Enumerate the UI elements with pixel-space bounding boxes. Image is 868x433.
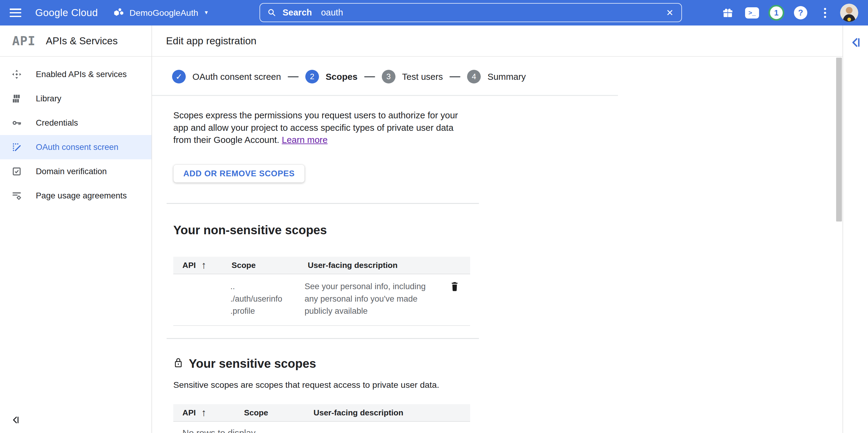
- sidebar: API APIs & Services Enabled APIs & servi…: [0, 26, 152, 433]
- collapse-sidebar-icon[interactable]: [11, 415, 21, 426]
- sort-ascending-icon[interactable]: ↑: [201, 259, 206, 271]
- divider: [166, 338, 479, 339]
- sidebar-item-library[interactable]: Library: [0, 87, 151, 111]
- table-header-row: API ↑ Scope User-facing description: [173, 404, 470, 422]
- enabled-apis-icon: [11, 69, 22, 80]
- gift-icon[interactable]: [716, 0, 740, 26]
- chevron-down-icon: ▼: [204, 10, 209, 16]
- main-content: Edit app registration ✓ OAuth consent sc…: [152, 26, 842, 433]
- sensitive-scopes-note: Sensitive scopes are scopes that request…: [173, 380, 439, 390]
- search-icon: [268, 8, 277, 17]
- step-connector: [288, 76, 299, 78]
- page-header: Edit app registration: [152, 26, 842, 57]
- step-oauth-consent-screen[interactable]: ✓ OAuth consent screen: [172, 70, 281, 84]
- help-icon[interactable]: ?: [788, 0, 813, 26]
- right-side-panel: [842, 26, 868, 433]
- search-input[interactable]: oauth: [321, 8, 343, 18]
- divider: [152, 95, 618, 96]
- sort-ascending-icon[interactable]: ↑: [201, 407, 206, 419]
- checkbox-icon: [11, 166, 22, 177]
- sensitive-scopes-table: API ↑ Scope User-facing description No r…: [173, 404, 470, 433]
- step-connector: [450, 76, 460, 78]
- topbar: Google Cloud DemoGoogleAuth ▼ Search oau…: [0, 0, 868, 26]
- step-connector: [364, 76, 375, 78]
- scopes-intro-text: Scopes express the permissions you reque…: [173, 109, 469, 146]
- avatar[interactable]: [837, 0, 861, 26]
- divider: [166, 203, 479, 204]
- api-product-logo: API: [12, 34, 35, 48]
- sidebar-header: API APIs & Services: [0, 26, 151, 57]
- topbar-actions: >_ 1 ?: [716, 0, 861, 26]
- page-title: Edit app registration: [166, 35, 256, 47]
- table-row: .. ./auth/userinfo .profile See your per…: [173, 274, 470, 326]
- project-hexagons-icon: [113, 7, 125, 19]
- key-icon: [11, 118, 22, 128]
- collapse-panel-icon[interactable]: [849, 36, 863, 50]
- vertical-scrollbar[interactable]: [836, 58, 842, 221]
- sensitive-scopes-heading-row: Your sensitive scopes: [173, 357, 316, 370]
- table-header-row: API ↑ Scope User-facing description: [173, 257, 470, 274]
- step-scopes[interactable]: 2 Scopes: [305, 70, 358, 84]
- sidebar-item-oauth-consent-screen[interactable]: OAuth consent screen: [0, 135, 151, 159]
- sidebar-item-page-usage-agreements[interactable]: Page usage agreements: [0, 184, 151, 208]
- column-header-description: User-facing description: [308, 261, 440, 270]
- cell-description: See your personal info, including any pe…: [304, 280, 441, 317]
- notification-count: 1: [769, 5, 784, 21]
- learn-more-link[interactable]: Learn more: [282, 135, 328, 145]
- non-sensitive-scopes-table: API ↑ Scope User-facing description .. .…: [173, 257, 470, 326]
- non-sensitive-scopes-heading: Your non-sensitive scopes: [173, 223, 327, 237]
- lines-gear-icon: [11, 191, 22, 201]
- hamburger-menu-icon[interactable]: [10, 8, 22, 18]
- library-icon: [11, 93, 22, 104]
- search-bar[interactable]: Search oauth ✕: [259, 3, 682, 22]
- gcp-console-page: Google Cloud DemoGoogleAuth ▼ Search oau…: [0, 0, 868, 433]
- search-label: Search: [283, 8, 312, 18]
- step-3-circle: 3: [382, 70, 396, 84]
- column-header-description: User-facing description: [313, 408, 440, 417]
- sidebar-item-credentials[interactable]: Credentials: [0, 111, 151, 135]
- column-header-scope: Scope: [244, 408, 313, 417]
- column-header-api: API: [182, 261, 196, 270]
- project-selector[interactable]: DemoGoogleAuth ▼: [113, 7, 209, 19]
- sidebar-item-domain-verification[interactable]: Domain verification: [0, 159, 151, 184]
- notifications-badge[interactable]: 1: [764, 0, 788, 26]
- step-4-circle: 4: [467, 70, 481, 84]
- step-summary[interactable]: 4 Summary: [467, 70, 526, 84]
- sensitive-scopes-heading: Your sensitive scopes: [189, 357, 316, 370]
- project-name: DemoGoogleAuth: [130, 8, 198, 18]
- lock-icon: [173, 357, 183, 370]
- column-header-api: API: [182, 408, 196, 417]
- cloud-shell-icon[interactable]: >_: [740, 0, 764, 26]
- cell-scope: .. ./auth/userinfo .profile: [230, 280, 305, 317]
- oauth-consent-icon: [11, 142, 22, 152]
- more-vert-icon[interactable]: [813, 0, 837, 26]
- sidebar-item-enabled-apis[interactable]: Enabled APIs & services: [0, 62, 151, 87]
- sidebar-nav: Enabled APIs & services Library Credenti…: [0, 57, 151, 208]
- column-header-scope: Scope: [231, 261, 308, 270]
- clear-search-icon[interactable]: ✕: [662, 6, 677, 20]
- empty-table-message: No rows to display: [173, 422, 470, 433]
- add-or-remove-scopes-button[interactable]: ADD OR REMOVE SCOPES: [173, 164, 305, 183]
- step-check-icon: ✓: [172, 70, 186, 84]
- delete-scope-icon[interactable]: [450, 281, 459, 293]
- stepper: ✓ OAuth consent screen 2 Scopes 3 Test u…: [172, 70, 526, 84]
- step-2-circle: 2: [305, 70, 319, 84]
- sidebar-title: APIs & Services: [46, 35, 118, 47]
- step-test-users[interactable]: 3 Test users: [382, 70, 443, 84]
- google-cloud-logo[interactable]: Google Cloud: [35, 7, 98, 19]
